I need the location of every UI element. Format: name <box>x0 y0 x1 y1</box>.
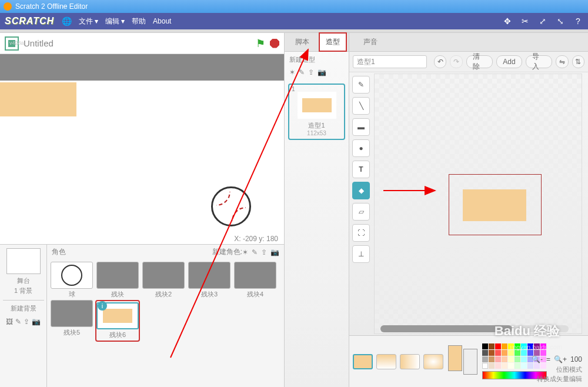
convert-vector-link[interactable]: 转换成矢量编辑 <box>537 375 582 383</box>
app-icon <box>4 2 12 11</box>
zoom-level: 100 <box>570 355 582 363</box>
stamp-icon[interactable]: ✥ <box>502 16 513 26</box>
zoom-out-icon[interactable]: 🔍- <box>532 355 543 363</box>
bitmap-mode-label: 位图模式 <box>556 365 582 374</box>
stage-block-sprite[interactable] <box>0 82 76 116</box>
backdrop-camera-icon[interactable]: 📷 <box>32 318 41 326</box>
background-swatch[interactable] <box>463 349 477 375</box>
menu-about[interactable]: About <box>153 17 171 25</box>
window-titlebar: Scratch 2 Offline Editor <box>0 0 588 13</box>
sprite-item[interactable]: 残块 <box>95 262 140 299</box>
stage-thumbnail[interactable] <box>6 248 41 274</box>
shrink-icon[interactable]: ⤡ <box>555 16 566 26</box>
fill-tool[interactable]: ◆ <box>352 182 370 199</box>
scratch-logo: SCRATCH <box>5 16 54 26</box>
new-sprite-label: 新建角色: <box>212 247 242 257</box>
sprite-list: 球 残块 残块2 残块3 残块4 残块5 i残块6 <box>47 259 284 344</box>
menu-bar: SCRATCH 🌐 文件 ▾ 编辑 ▾ 帮助 About ✥ ✂ ⤢ ⤡ ? <box>0 13 588 29</box>
backdrop-upload-icon[interactable]: ⇪ <box>24 318 29 326</box>
brush-tool[interactable]: ✎ <box>352 76 370 94</box>
globe-icon[interactable]: 🌐 <box>61 16 72 26</box>
sprite-camera-icon[interactable]: 📷 <box>270 248 279 256</box>
canvas-shape[interactable] <box>463 189 526 221</box>
select-tool[interactable]: ⛶ <box>352 224 370 242</box>
new-backdrop-label: 新建背景 <box>11 304 36 313</box>
stage-ball-sprite[interactable] <box>211 186 251 226</box>
undo-button[interactable]: ↶ <box>434 55 446 68</box>
costume-name-input[interactable] <box>353 55 427 68</box>
zoom-controls: 🔍- = 🔍+ 100 <box>532 355 582 363</box>
costume-paint-icon[interactable]: ✎ <box>299 68 305 76</box>
sprites-heading: 角色 <box>52 247 66 257</box>
redo-button[interactable]: ↷ <box>450 55 462 68</box>
text-tool[interactable]: T <box>352 161 370 178</box>
stage-column: 舞台 1 背景 新建背景 🖼 ✎ ⇪ 📷 <box>0 245 47 387</box>
mouse-coordinates: X: -209 y: 180 <box>0 233 284 244</box>
paint-canvas[interactable] <box>374 74 582 334</box>
sprite-item[interactable]: 残块3 <box>187 262 232 299</box>
editor-toolbar: ↶ ↷ 清除 Add 导入 ⇋ ⇅ <box>349 52 588 72</box>
costume-upload-icon[interactable]: ⇪ <box>308 68 314 76</box>
fill-style-picker <box>353 354 443 369</box>
costume-size: 112x53 <box>307 130 326 136</box>
ellipse-tool[interactable]: ● <box>352 139 370 157</box>
costume-camera-icon[interactable]: 📷 <box>318 68 326 76</box>
import-button[interactable]: 导入 <box>526 55 552 68</box>
sprite-item[interactable]: 球 <box>49 262 94 299</box>
zoom-reset-icon[interactable]: = <box>546 355 550 363</box>
stage-header: Untitled v428a ⚑ <box>0 33 284 54</box>
help-icon[interactable]: ? <box>573 16 583 26</box>
sprite-paint-icon[interactable]: ✎ <box>252 248 258 256</box>
flip-v-icon[interactable]: ⇅ <box>572 55 584 68</box>
sprite-library-icon[interactable]: ✶ <box>242 248 248 256</box>
tab-scripts[interactable]: 脚本 <box>289 34 315 51</box>
costume-item-selected[interactable]: 1 造型1 112x53 <box>288 84 345 140</box>
green-flag-icon[interactable]: ⚑ <box>256 37 265 50</box>
version-label: v428a <box>9 40 24 46</box>
stage-canvas[interactable] <box>0 54 284 233</box>
rect-tool[interactable]: ▬ <box>352 118 370 136</box>
info-icon[interactable]: i <box>98 301 107 311</box>
sprite-upload-icon[interactable]: ⇪ <box>261 248 267 256</box>
menu-file[interactable]: 文件 ▾ <box>79 16 98 26</box>
project-title[interactable]: Untitled <box>24 38 54 48</box>
fill-solid[interactable] <box>353 354 373 369</box>
stop-icon[interactable] <box>270 39 279 48</box>
eraser-tool[interactable]: ▱ <box>352 203 370 221</box>
sprite-item-selected[interactable]: i残块6 <box>95 300 140 342</box>
backdrop-library-icon[interactable]: 🖼 <box>6 318 13 326</box>
window-title: Scratch 2 Offline Editor <box>15 2 88 11</box>
tab-costumes[interactable]: 造型 <box>319 32 347 52</box>
stage-label: 舞台 <box>17 276 30 285</box>
stamp-tool[interactable]: ⊥ <box>352 245 370 263</box>
tab-sounds[interactable]: 声音 <box>358 34 383 51</box>
fill-grad-v[interactable] <box>376 354 396 369</box>
foreground-swatch[interactable] <box>448 345 462 371</box>
costume-library-icon[interactable]: ✶ <box>289 68 295 76</box>
sprite-item[interactable]: 残块2 <box>141 262 186 299</box>
backdrops-count: 1 背景 <box>14 286 32 295</box>
horizontal-scrollbar[interactable] <box>380 325 569 332</box>
backdrop-paint-icon[interactable]: ✎ <box>15 318 21 326</box>
add-button[interactable]: Add <box>496 55 522 68</box>
menu-edit[interactable]: 编辑 ▾ <box>105 16 125 26</box>
scissors-icon[interactable]: ✂ <box>520 16 530 26</box>
new-costume-label: 新建造型 <box>285 52 349 68</box>
fill-grad-radial[interactable] <box>423 354 443 369</box>
editor-tabs: 脚本 造型 <box>285 33 349 52</box>
menu-help[interactable]: 帮助 <box>132 16 146 26</box>
costume-index: 1 <box>292 86 295 92</box>
sprite-item[interactable]: 残块5 <box>49 300 94 342</box>
grow-icon[interactable]: ⤢ <box>537 16 548 26</box>
clear-button[interactable]: 清除 <box>466 55 493 68</box>
line-tool[interactable]: ╲ <box>352 97 370 115</box>
paint-tools: ✎ ╲ ▬ ● T ◆ ▱ ⛶ ⊥ <box>349 72 373 335</box>
sprite-item[interactable]: 残块4 <box>233 262 278 299</box>
costume-name: 造型1 <box>308 121 325 130</box>
zoom-in-icon[interactable]: 🔍+ <box>554 355 567 363</box>
fill-grad-h[interactable] <box>400 354 420 369</box>
flip-h-icon[interactable]: ⇋ <box>556 55 568 68</box>
